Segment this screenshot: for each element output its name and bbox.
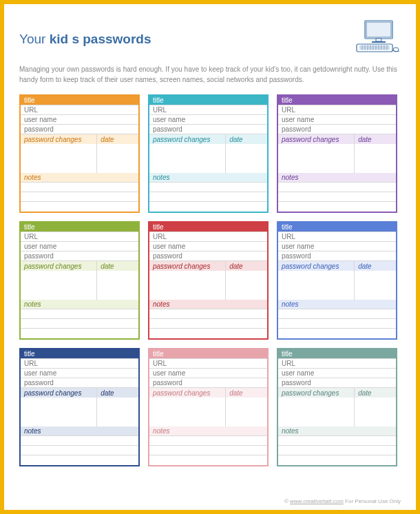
field-url[interactable]: URL xyxy=(278,232,396,242)
field-url[interactable]: URL xyxy=(149,105,267,115)
date-label: date xyxy=(355,261,396,271)
notes-row[interactable] xyxy=(149,446,267,455)
notes-row[interactable] xyxy=(21,329,138,338)
field-password[interactable]: password xyxy=(149,251,267,261)
password-change-row[interactable] xyxy=(278,398,396,407)
notes-row[interactable] xyxy=(278,319,396,329)
field-username[interactable]: user name xyxy=(21,242,138,251)
header: Your kid s passwords xyxy=(19,19,401,54)
password-changes-label: password changes xyxy=(278,261,355,271)
notes-row[interactable] xyxy=(278,183,396,192)
field-url[interactable]: URL xyxy=(278,359,396,369)
password-change-row[interactable] xyxy=(21,407,138,417)
notes-row[interactable] xyxy=(21,446,138,455)
notes-row[interactable] xyxy=(149,329,267,338)
password-change-row[interactable] xyxy=(21,154,138,163)
notes-row[interactable] xyxy=(149,436,267,446)
field-username[interactable]: user name xyxy=(21,115,138,125)
password-change-row[interactable] xyxy=(149,144,267,154)
field-title[interactable]: title xyxy=(278,96,396,105)
field-title[interactable]: title xyxy=(21,223,138,232)
notes-row[interactable] xyxy=(278,309,396,319)
notes-row[interactable] xyxy=(278,329,396,338)
password-change-row[interactable] xyxy=(278,407,396,417)
notes-row[interactable] xyxy=(149,319,267,329)
field-username[interactable]: user name xyxy=(21,369,138,378)
field-title[interactable]: title xyxy=(149,349,267,359)
password-change-row[interactable] xyxy=(21,144,138,154)
password-change-row[interactable] xyxy=(21,290,138,300)
password-change-row[interactable] xyxy=(278,154,396,163)
notes-row[interactable] xyxy=(21,455,138,465)
notes-row[interactable] xyxy=(149,455,267,465)
field-title[interactable]: title xyxy=(149,96,267,105)
field-url[interactable]: URL xyxy=(149,232,267,242)
field-username[interactable]: user name xyxy=(149,242,267,251)
field-username[interactable]: user name xyxy=(149,369,267,378)
notes-row[interactable] xyxy=(21,309,138,319)
password-card: titleURLuser namepasswordpassword change… xyxy=(277,221,397,340)
password-change-row[interactable] xyxy=(149,163,267,173)
notes-row[interactable] xyxy=(278,446,396,455)
notes-row[interactable] xyxy=(149,192,267,202)
field-username[interactable]: user name xyxy=(278,369,396,378)
notes-row[interactable] xyxy=(278,455,396,465)
field-password[interactable]: password xyxy=(21,251,138,261)
password-change-row[interactable] xyxy=(149,271,267,280)
password-change-row[interactable] xyxy=(278,271,396,280)
password-change-row[interactable] xyxy=(21,271,138,280)
password-change-row[interactable] xyxy=(149,407,267,417)
notes-header: notes xyxy=(149,300,267,309)
field-url[interactable]: URL xyxy=(149,359,267,369)
password-change-row[interactable] xyxy=(21,398,138,407)
field-username[interactable]: user name xyxy=(149,115,267,125)
field-url[interactable]: URL xyxy=(21,105,138,115)
field-title[interactable]: title xyxy=(149,223,267,232)
notes-row[interactable] xyxy=(21,319,138,329)
notes-row[interactable] xyxy=(21,436,138,446)
svg-rect-2 xyxy=(376,39,381,41)
field-url[interactable]: URL xyxy=(21,232,138,242)
password-change-row[interactable] xyxy=(278,290,396,300)
password-change-row[interactable] xyxy=(149,398,267,407)
password-change-row[interactable] xyxy=(278,417,396,426)
field-password[interactable]: password xyxy=(278,125,396,134)
notes-row[interactable] xyxy=(21,192,138,202)
notes-row[interactable] xyxy=(149,309,267,319)
title-prefix: Your xyxy=(19,32,50,46)
password-change-row[interactable] xyxy=(21,417,138,426)
password-change-row[interactable] xyxy=(149,280,267,290)
footer-link[interactable]: www.creativehatt.com xyxy=(290,498,344,504)
password-change-row[interactable] xyxy=(278,163,396,173)
password-changes-header: password changesdate xyxy=(21,261,138,271)
field-password[interactable]: password xyxy=(278,251,396,261)
notes-row[interactable] xyxy=(21,202,138,212)
notes-row[interactable] xyxy=(149,183,267,192)
field-url[interactable]: URL xyxy=(278,105,396,115)
notes-row[interactable] xyxy=(149,202,267,212)
field-password[interactable]: password xyxy=(21,125,138,134)
field-title[interactable]: title xyxy=(278,223,396,232)
password-change-row[interactable] xyxy=(21,163,138,173)
password-change-row[interactable] xyxy=(21,280,138,290)
notes-row[interactable] xyxy=(278,436,396,446)
notes-row[interactable] xyxy=(278,202,396,212)
notes-row[interactable] xyxy=(278,192,396,202)
field-url[interactable]: URL xyxy=(21,359,138,369)
field-password[interactable]: password xyxy=(21,378,138,388)
password-change-row[interactable] xyxy=(278,144,396,154)
password-change-row[interactable] xyxy=(149,417,267,426)
field-title[interactable]: title xyxy=(21,349,138,359)
password-change-row[interactable] xyxy=(278,280,396,290)
notes-row[interactable] xyxy=(21,183,138,192)
field-password[interactable]: password xyxy=(278,378,396,388)
field-title[interactable]: title xyxy=(278,349,396,359)
field-password[interactable]: password xyxy=(149,125,267,134)
password-change-row[interactable] xyxy=(149,290,267,300)
field-username[interactable]: user name xyxy=(278,242,396,251)
field-username[interactable]: user name xyxy=(278,115,396,125)
password-change-row[interactable] xyxy=(149,154,267,163)
field-title[interactable]: title xyxy=(21,96,138,105)
password-changes-header: password changesdate xyxy=(21,388,138,398)
field-password[interactable]: password xyxy=(149,378,267,388)
